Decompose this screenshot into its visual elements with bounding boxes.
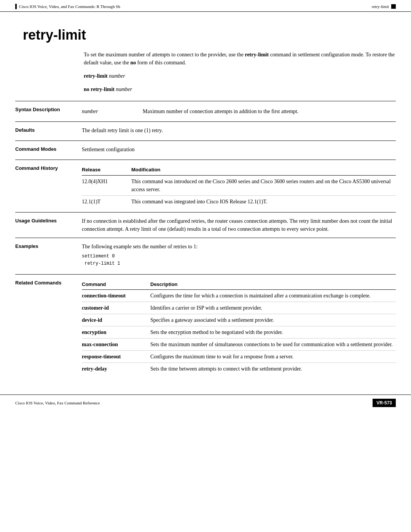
intro-paragraph: To set the maximum number of attempts to…: [84, 51, 396, 67]
command-modes-section: Command Modes Settlement configuration: [15, 141, 396, 160]
history-release: 12.0(4)XH1: [82, 175, 131, 195]
related-command: device-id: [82, 314, 150, 326]
header-right: retry-limit: [372, 4, 396, 9]
related-header-description: Description: [150, 279, 396, 290]
content-area: Syntax Description number Maximum number…: [0, 101, 411, 379]
header-bar-icon: [15, 4, 17, 9]
history-header-release: Release: [82, 165, 131, 175]
header-left: Cisco IOS Voice, Video, and Fax Commands…: [15, 4, 120, 9]
related-commands-label: Related Commands: [15, 279, 82, 375]
defaults-label: Defaults: [15, 126, 82, 136]
related-command: retry-delay: [82, 363, 150, 375]
page-header: Cisco IOS Voice, Video, and Fax Commands…: [0, 0, 411, 12]
related-description: Configures the time for which a connecti…: [150, 290, 396, 302]
related-row: device-idSpecifies a gateway associated …: [82, 314, 396, 326]
related-command: connection-timeout: [82, 290, 150, 302]
syntax-description-section: Syntax Description number Maximum number…: [15, 101, 396, 121]
history-modification: This command was introduced on the Cisco…: [131, 175, 396, 195]
syntax-param: number: [82, 106, 143, 117]
related-command: max-connection: [82, 339, 150, 351]
syntax-line-1: retry-limit number: [84, 72, 396, 80]
header-breadcrumb: Cisco IOS Voice, Video, and Fax Commands…: [19, 4, 120, 9]
related-row: retry-delaySets the time between attempt…: [82, 363, 396, 375]
command-history-section: Command History Release Modification 12.…: [15, 160, 396, 212]
page-title: retry-limit: [0, 12, 411, 51]
related-description: Sets the time between attempts to connec…: [150, 363, 396, 375]
related-description: Sets the maximum number of simultaneous …: [150, 339, 396, 351]
related-command: response-timeout: [82, 351, 150, 363]
command-history-label: Command History: [15, 165, 82, 208]
history-table: Release Modification 12.0(4)XH1This comm…: [82, 165, 396, 208]
usage-guidelines-label: Usage Guidelines: [15, 217, 82, 233]
related-header-command: Command: [82, 279, 150, 290]
defaults-section: Defaults The default retry limit is one …: [15, 121, 396, 141]
syntax-param-text: number: [82, 109, 98, 114]
footer-page-num: VR-573: [373, 399, 396, 407]
syntax2-bold: no retry-limit: [84, 86, 115, 92]
syntax1-bold: retry-limit: [84, 73, 108, 79]
history-header-modification: Modification: [131, 165, 396, 175]
history-row: 12.0(4)XH1This command was introduced on…: [82, 175, 396, 195]
history-modification: This command was integrated into Cisco I…: [131, 195, 396, 208]
header-right-label: retry-limit: [372, 4, 389, 9]
code-pre: settlement 0 retry-limit 1: [82, 253, 396, 267]
related-command: encryption: [82, 326, 150, 339]
related-description: Identifies a carrier or ISP with a settl…: [150, 302, 396, 314]
syntax-desc: Maximum number of connection attempts in…: [143, 106, 396, 117]
related-description: Sets the encryption method to be negotia…: [150, 326, 396, 339]
syntax2-italic: number: [116, 86, 132, 92]
examples-code: settlement 0 retry-limit 1: [82, 253, 396, 267]
intro-section: To set the maximum number of attempts to…: [0, 51, 411, 93]
page-footer: Cisco IOS Voice, Video, Fax Command Refe…: [0, 395, 411, 411]
related-command: customer-id: [82, 302, 150, 314]
intro-bold-1: retry-limit: [245, 52, 269, 58]
history-header-row: Release Modification: [82, 165, 396, 175]
examples-label: Examples: [15, 243, 82, 270]
related-description: Specifies a gateway associated with a se…: [150, 314, 396, 326]
related-row: connection-timeoutConfigures the time fo…: [82, 290, 396, 302]
defaults-content: The default retry limit is one (1) retry…: [82, 126, 396, 136]
related-commands-content: Command Description connection-timeoutCo…: [82, 279, 396, 375]
syntax-row: number Maximum number of connection atte…: [82, 106, 396, 117]
usage-guidelines-section: Usage Guidelines If no connection is est…: [15, 212, 396, 238]
header-square-icon: [391, 4, 396, 9]
command-history-content: Release Modification 12.0(4)XH1This comm…: [82, 165, 396, 208]
related-table: Command Description connection-timeoutCo…: [82, 279, 396, 375]
intro-bold-2: no: [130, 60, 136, 66]
syntax1-italic: number: [109, 73, 125, 79]
related-header-row: Command Description: [82, 279, 396, 290]
command-modes-label: Command Modes: [15, 145, 82, 155]
history-release: 12.1(1)T: [82, 195, 131, 208]
related-row: customer-idIdentifies a carrier or ISP w…: [82, 302, 396, 314]
command-modes-content: Settlement configuration: [82, 145, 396, 155]
related-description: Configures the maximum time to wait for …: [150, 351, 396, 363]
history-row: 12.1(1)TThis command was integrated into…: [82, 195, 396, 208]
page: Cisco IOS Voice, Video, and Fax Commands…: [0, 0, 411, 532]
examples-content: The following example sets the number of…: [82, 243, 396, 270]
related-row: max-connectionSets the maximum number of…: [82, 339, 396, 351]
footer-left-text: Cisco IOS Voice, Video, Fax Command Refe…: [15, 401, 100, 405]
syntax-description-content: number Maximum number of connection atte…: [82, 106, 396, 117]
related-row: response-timeoutConfigures the maximum t…: [82, 351, 396, 363]
syntax-description-label: Syntax Description: [15, 106, 82, 117]
examples-section: Examples The following example sets the …: [15, 238, 396, 274]
usage-guidelines-content: If no connection is established after th…: [82, 217, 396, 233]
syntax-line-2: no retry-limit number: [84, 85, 396, 93]
examples-intro: The following example sets the number of…: [82, 243, 396, 251]
syntax-table: number Maximum number of connection atte…: [82, 106, 396, 117]
related-row: encryptionSets the encryption method to …: [82, 326, 396, 339]
related-commands-section: Related Commands Command Description con…: [15, 274, 396, 380]
